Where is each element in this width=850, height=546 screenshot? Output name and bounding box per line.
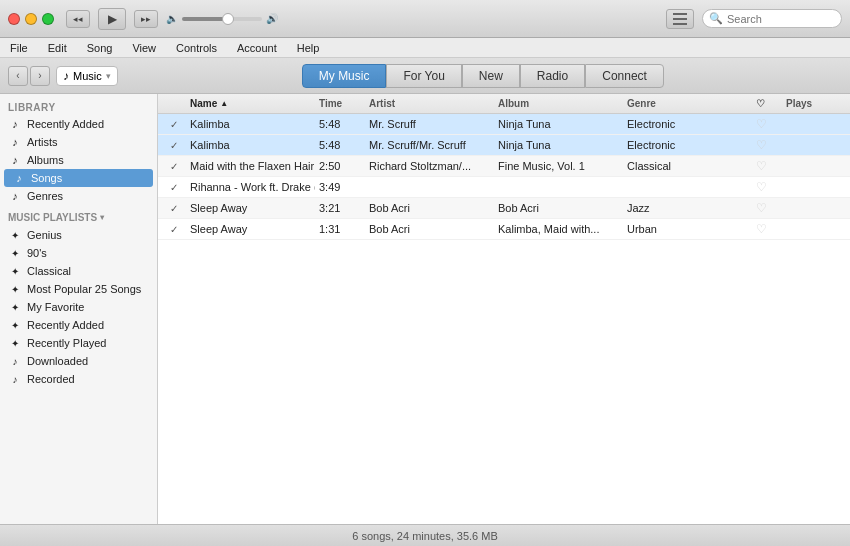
playlist-genius[interactable]: ✦ Genius xyxy=(0,226,157,244)
tab-radio[interactable]: Radio xyxy=(520,64,585,88)
search-box[interactable]: 🔍 xyxy=(702,9,842,28)
col-plays[interactable]: Plays xyxy=(782,96,842,111)
playlists-header[interactable]: Music Playlists ▾ xyxy=(0,209,157,226)
col-heart[interactable]: ♡ xyxy=(752,96,782,111)
song-check: ✓ xyxy=(166,114,186,134)
status-text: 6 songs, 24 minutes, 35.6 MB xyxy=(352,530,498,542)
back-button[interactable]: ‹ xyxy=(8,66,28,86)
col-check xyxy=(166,96,186,111)
play-button[interactable]: ▶ xyxy=(98,8,126,30)
song-check: ✓ xyxy=(166,156,186,176)
playlist-my-favorite[interactable]: ✦ My Favorite xyxy=(0,298,157,316)
sidebar-item-albums[interactable]: ♪ Albums xyxy=(0,151,157,169)
search-input[interactable] xyxy=(727,13,837,25)
playlist-most-popular[interactable]: ✦ Most Popular 25 Songs xyxy=(0,280,157,298)
col-name[interactable]: Name ▲ xyxy=(186,96,315,111)
sidebar-item-songs[interactable]: ♪ Songs xyxy=(4,169,153,187)
genre-col-label: Genre xyxy=(627,98,656,109)
table-row[interactable]: ✓ Sleep Away 3:21 Bob Acri Bob Acri Jazz… xyxy=(158,198,850,219)
table-header: Name ▲ Time Artist Album Genre ♡ xyxy=(158,94,850,114)
col-genre[interactable]: Genre xyxy=(623,96,752,111)
menu-edit[interactable]: Edit xyxy=(44,41,71,55)
tab-for-you[interactable]: For You xyxy=(386,64,461,88)
sidebar: Library ♪ Recently Added ♪ Artists ♪ Alb… xyxy=(0,94,158,524)
song-heart[interactable]: ♡ xyxy=(752,156,782,176)
playlist-downloaded[interactable]: ♪ Downloaded xyxy=(0,352,157,370)
playlist-label-genius: Genius xyxy=(27,229,62,241)
window-controls xyxy=(8,13,54,25)
song-heart[interactable]: ♡ xyxy=(752,114,782,134)
album-col-label: Album xyxy=(498,98,529,109)
song-plays xyxy=(782,156,842,176)
song-check: ✓ xyxy=(166,177,186,197)
chevron-down-icon: ▾ xyxy=(106,71,111,81)
song-genre xyxy=(623,177,752,197)
table-row[interactable]: ✓ Kalimba 5:48 Mr. Scruff/Mr. Scruff Nin… xyxy=(158,135,850,156)
menu-controls[interactable]: Controls xyxy=(172,41,221,55)
genres-icon: ♪ xyxy=(8,190,22,202)
table-row[interactable]: ✓ Maid with the Flaxen Hair 2:50 Richard… xyxy=(158,156,850,177)
minimize-button[interactable] xyxy=(25,13,37,25)
sidebar-item-artists[interactable]: ♪ Artists xyxy=(0,133,157,151)
song-heart[interactable]: ♡ xyxy=(752,135,782,155)
playlist-90s[interactable]: ✦ 90's xyxy=(0,244,157,262)
playlists-section: Music Playlists ▾ ✦ Genius ✦ 90's ✦ Clas… xyxy=(0,209,157,388)
song-time: 1:31 xyxy=(315,219,365,239)
menu-view[interactable]: View xyxy=(128,41,160,55)
content-area: Name ▲ Time Artist Album Genre ♡ xyxy=(158,94,850,524)
sidebar-label-artists: Artists xyxy=(27,136,58,148)
music-table[interactable]: Name ▲ Time Artist Album Genre ♡ xyxy=(158,94,850,524)
table-row[interactable]: ✓ Sleep Away 1:31 Bob Acri Kalimba, Maid… xyxy=(158,219,850,240)
sidebar-item-recently-added[interactable]: ♪ Recently Added xyxy=(0,115,157,133)
song-check: ✓ xyxy=(166,135,186,155)
playlists-title: Music Playlists xyxy=(8,212,97,223)
col-album[interactable]: Album xyxy=(494,96,623,111)
volume-track[interactable] xyxy=(182,17,262,21)
song-heart[interactable]: ♡ xyxy=(752,177,782,197)
song-heart[interactable]: ♡ xyxy=(752,219,782,239)
song-name: Kalimba xyxy=(186,114,315,134)
sidebar-item-genres[interactable]: ♪ Genres xyxy=(0,187,157,205)
song-name: Sleep Away xyxy=(186,219,315,239)
close-button[interactable] xyxy=(8,13,20,25)
playlist-recently-played[interactable]: ✦ Recently Played xyxy=(0,334,157,352)
volume-thumb[interactable] xyxy=(222,13,234,25)
maximize-button[interactable] xyxy=(42,13,54,25)
table-row[interactable]: ✓ Kalimba 5:48 Mr. Scruff Ninja Tuna Ele… xyxy=(158,114,850,135)
song-artist: Richard Stoltzman/... xyxy=(365,156,494,176)
song-name: Maid with the Flaxen Hair xyxy=(186,156,315,176)
menu-file[interactable]: File xyxy=(6,41,32,55)
playlist-label-90s: 90's xyxy=(27,247,47,259)
90s-icon: ✦ xyxy=(8,248,22,259)
recently-added-icon: ♪ xyxy=(8,118,22,130)
next-button[interactable]: ▸▸ xyxy=(134,10,158,28)
table-row[interactable]: ✓ Rihanna - Work ft. Drake (Explicit) 3:… xyxy=(158,177,850,198)
playlist-label-downloaded: Downloaded xyxy=(27,355,88,367)
prev-button[interactable]: ◂◂ xyxy=(66,10,90,28)
song-time: 2:50 xyxy=(315,156,365,176)
tab-connect[interactable]: Connect xyxy=(585,64,664,88)
forward-button[interactable]: › xyxy=(30,66,50,86)
song-time: 5:48 xyxy=(315,135,365,155)
song-time: 5:48 xyxy=(315,114,365,134)
volume-slider[interactable]: 🔈 🔊 xyxy=(166,13,278,24)
song-heart[interactable]: ♡ xyxy=(752,198,782,218)
plays-col-label: Plays xyxy=(786,98,812,109)
menu-song[interactable]: Song xyxy=(83,41,117,55)
list-view-button[interactable] xyxy=(666,9,694,29)
col-time[interactable]: Time xyxy=(315,96,365,111)
playlist-classical[interactable]: ✦ Classical xyxy=(0,262,157,280)
svg-rect-1 xyxy=(673,18,687,20)
playlist-recorded[interactable]: ♪ Recorded xyxy=(0,370,157,388)
menu-bar: File Edit Song View Controls Account Hel… xyxy=(0,38,850,58)
song-genre: Electronic xyxy=(623,135,752,155)
music-selector[interactable]: ♪ Music ▾ xyxy=(56,66,118,86)
tab-new[interactable]: New xyxy=(462,64,520,88)
menu-help[interactable]: Help xyxy=(293,41,324,55)
playlist-label-most-popular: Most Popular 25 Songs xyxy=(27,283,141,295)
col-artist[interactable]: Artist xyxy=(365,96,494,111)
menu-account[interactable]: Account xyxy=(233,41,281,55)
songs-icon: ♪ xyxy=(12,172,26,184)
tab-my-music[interactable]: My Music xyxy=(302,64,387,88)
playlist-recently-added[interactable]: ✦ Recently Added xyxy=(0,316,157,334)
